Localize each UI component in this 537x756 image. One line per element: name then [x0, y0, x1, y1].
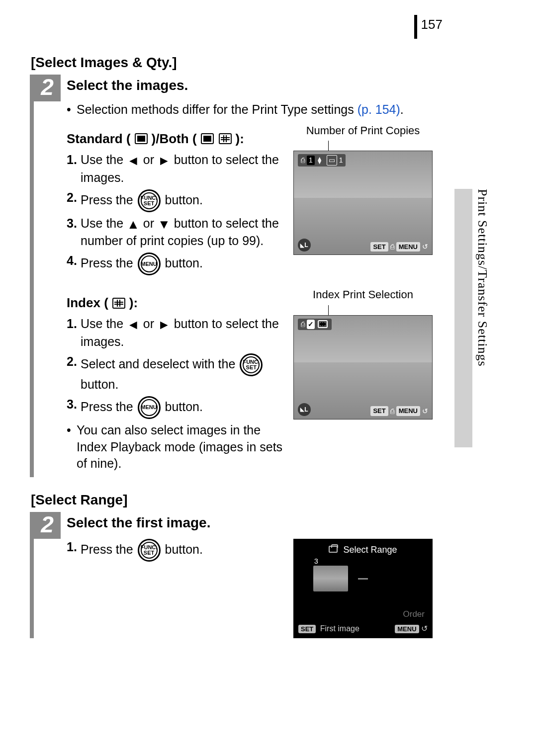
menu-button-icon: MENU — [138, 396, 161, 419]
step-heading: Select the images. — [67, 75, 433, 93]
grid-mode-icon — [219, 133, 232, 144]
page-ref-link[interactable]: (p. 154) — [358, 102, 400, 116]
txt: Press the — [81, 542, 137, 556]
print-icon: ⎙ — [301, 320, 305, 329]
step-block-1: 2 Select the images. • Selection methods… — [30, 75, 433, 477]
txt: button. — [165, 256, 203, 270]
page-number-wrap: 157 — [414, 15, 443, 39]
menu-button-icon: MENU — [138, 252, 161, 275]
range-step-1: 1. Press the FUNC.SET button. — [67, 539, 284, 562]
std-post: ): — [236, 130, 244, 148]
std-step-4: 4. Press the MENU button. — [67, 252, 284, 275]
pointer-line — [328, 305, 433, 315]
idx-note: • You can also select images in the Inde… — [67, 422, 284, 472]
txt: button. — [165, 192, 203, 206]
index-mode-icon — [112, 298, 125, 309]
intro-text: Selection methods differ for the Print T… — [77, 102, 358, 116]
side-tab-bg — [454, 189, 472, 447]
standard-mode-icon-2 — [201, 133, 214, 144]
range-thumb-empty — [378, 566, 413, 591]
size-badge: ◣L — [298, 403, 311, 416]
std-mid: )/Both ( — [152, 130, 197, 148]
num: 2. — [67, 189, 81, 212]
pointer-line — [328, 141, 433, 151]
num: 3. — [67, 215, 81, 250]
print-small-icon: ⎙ — [390, 242, 394, 252]
idx-step-2: 2. Select and deselect with the FUNC.SET… — [67, 353, 284, 393]
frame-num: 1 — [339, 156, 343, 165]
return-icon: ↺ — [422, 407, 428, 416]
txt: button. — [81, 377, 118, 391]
left-arrow-icon: ◄ — [127, 317, 140, 332]
frame-icon: ▭ — [327, 155, 337, 166]
set-label: SET — [370, 242, 388, 252]
camera-screenshot-index: ⎙ ✓ ◣L SET ⎙ MENU ↺ — [293, 315, 433, 420]
page-number-bar — [414, 15, 417, 39]
range-bottom: SET First image MENU ↺ — [298, 623, 428, 634]
index-heading: Index ( ): — [67, 294, 284, 312]
std-step-1: 1. Use the ◄ or ► button to select the i… — [67, 152, 284, 186]
section-title-2: [Select Range] — [31, 492, 433, 508]
txt: or — [143, 317, 158, 331]
section-title-1: [Select Images & Qty.] — [31, 55, 433, 71]
camera-screenshot-standard: ⎙ 1 ▲▼ ▭ 1 ◣L SET ⎙ MENU — [293, 151, 433, 255]
up-down-icon: ▲▼ — [317, 157, 323, 164]
page-content: [Select Images & Qty.] 2 Select the imag… — [30, 55, 433, 638]
cam-top-info: ⎙ 1 ▲▼ ▭ 1 — [298, 154, 346, 167]
range-order: Order — [403, 609, 425, 620]
std-step-2: 2. Press the FUNC.SET button. — [67, 189, 284, 212]
range-title-text: Select Range — [343, 545, 397, 555]
step-number: 2 — [34, 512, 61, 539]
txt: Press the — [81, 399, 137, 413]
range-dash — [358, 578, 368, 580]
std-caption: Number of Print Copies — [293, 123, 433, 138]
first-image-label: First image — [320, 624, 359, 633]
num: 2. — [67, 353, 81, 393]
standard-heading: Standard ( )/Both ( ): — [67, 130, 284, 148]
idx-caption: Index Print Selection — [293, 287, 433, 302]
down-arrow-icon: ▼ — [158, 216, 171, 231]
range-title: Select Range — [293, 544, 433, 556]
grid-small-icon — [318, 320, 328, 328]
txt: or — [143, 153, 158, 167]
print-icon: ⎙ — [301, 156, 305, 165]
step-block-2: 2 Select the first image. 1. Press the F… — [30, 512, 433, 638]
copy-count: 1 — [307, 156, 315, 165]
idx-step-3: 3. Press the MENU button. — [67, 396, 284, 419]
txt: Select and deselect with the — [81, 357, 239, 371]
right-arrow-icon: ► — [158, 153, 171, 168]
intro-bullet: • Selection methods differ for the Print… — [67, 101, 433, 118]
left-arrow-icon: ◄ — [127, 153, 140, 168]
txt: Use the — [81, 317, 127, 331]
return-icon: ↺ — [421, 624, 428, 633]
cam-bottom-right: SET ⎙ MENU ↺ — [370, 406, 428, 416]
func-set-button-icon: FUNC.SET — [240, 353, 263, 376]
txt: Press the — [81, 192, 137, 206]
intro-after: . — [400, 102, 404, 116]
func-set-button-icon: FUNC.SET — [138, 539, 161, 562]
menu-label: MENU — [395, 625, 419, 633]
step-heading: Select the first image. — [67, 512, 433, 531]
side-tab-label: Print Settings/Transfer Settings — [475, 189, 490, 367]
txt: Press the — [81, 256, 137, 270]
step-number: 2 — [34, 75, 61, 101]
idx-pre: Index ( — [67, 294, 108, 312]
check-icon: ✓ — [307, 320, 315, 329]
num: 3. — [67, 396, 81, 419]
txt: or — [143, 216, 158, 230]
camera-screenshot-range: Select Range 3 Order SET — [293, 539, 433, 638]
menu-label: MENU — [396, 242, 420, 252]
txt: button. — [165, 542, 203, 556]
print-set-icon — [329, 546, 338, 553]
thumb-num: 3 — [314, 557, 318, 566]
print-small-icon: ⎙ — [390, 407, 394, 416]
note-text: You can also select images in the Index … — [77, 422, 284, 472]
std-pre: Standard ( — [67, 130, 131, 148]
page-number: 157 — [421, 15, 443, 32]
return-icon: ↺ — [422, 242, 428, 252]
idx-post: ): — [129, 294, 138, 312]
standard-mode-icon — [135, 133, 148, 144]
num: 1. — [67, 316, 81, 350]
num: 1. — [67, 152, 81, 186]
cam-top-info: ⎙ ✓ — [298, 319, 332, 330]
